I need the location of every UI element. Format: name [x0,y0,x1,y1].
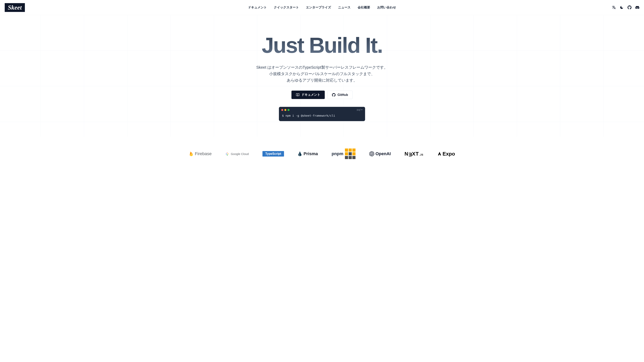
prisma-icon [298,151,302,157]
nav-company[interactable]: 会社概要 [358,5,370,9]
copy-button[interactable]: コピー [356,108,363,111]
header: Skeet ドキュメント クイックスタート エンタープライズ ニュース 会社概要… [0,0,644,15]
firebase-label: Firebase [195,151,212,156]
github-icon [332,93,336,97]
hero-description: Skeet はオープンソースのTypeScript製サーバーレスフレームワークで… [232,64,412,83]
header-actions [612,5,639,9]
cta-buttons: ドキュメント GitHub [232,91,412,99]
tech-logos: Firebase Google Cloud TypeScript Prisma … [0,137,644,167]
book-icon [296,93,300,97]
docs-button[interactable]: ドキュメント [292,91,325,99]
terminal-command: $ npm i -g @skeet-framework/cli [279,113,365,121]
pnpm-icon [345,148,356,159]
prisma-logo: Prisma [298,151,318,157]
nav-docs[interactable]: ドキュメント [248,5,267,9]
hero-desc-line2: 小規模タスクからグローバルスケールのフルスタックまで、 [232,71,412,77]
pnpm-label: pnpm [332,151,343,156]
gcloud-label: Google Cloud [231,152,249,156]
gcloud-icon [225,152,229,156]
firebase-logo: Firebase [189,151,212,157]
typescript-suffix: Script [272,152,281,155]
docs-button-label: ドキュメント [302,93,320,97]
theme-toggle-icon[interactable] [620,5,624,9]
terminal-header: コピー [279,107,365,113]
typescript-logo: TypeScript [262,151,284,157]
firebase-icon [189,151,193,157]
github-button-label: GitHub [338,93,348,97]
openai-logo: OpenAI [369,151,391,156]
terminal-dots [281,109,290,111]
github-button[interactable]: GitHub [328,91,352,99]
expo-logo: Expo [437,151,455,157]
pnpm-logo: pnpm [332,148,356,159]
next-js: .JS [419,153,424,156]
nav-quickstart[interactable]: クイックスタート [274,5,299,9]
window-minimize-icon [284,109,286,111]
openai-icon [369,151,374,156]
hero-content: Just Build It. Skeet はオープンソースのTypeScript… [228,34,416,121]
nav-news[interactable]: ニュース [338,5,350,9]
discord-icon[interactable] [636,5,639,9]
terminal: コピー $ npm i -g @skeet-framework/cli [279,107,365,121]
expo-icon [437,151,442,156]
next-rest: XT [412,151,419,157]
nav-enterprise[interactable]: エンタープライズ [306,5,331,9]
main-nav: ドキュメント クイックスタート エンタープライズ ニュース 会社概要 お問い合わ… [248,5,396,9]
nextjs-logo: NEXT.JS [404,151,423,157]
hero-section: Just Build It. Skeet はオープンソースのTypeScript… [0,15,644,137]
prisma-label: Prisma [304,151,318,156]
hero-desc-line3: あらゆるアプリ開発に対応しています。 [232,77,412,83]
logo[interactable]: Skeet [5,3,25,12]
window-close-icon [281,109,283,111]
github-icon[interactable] [628,5,632,9]
next-n: N [404,151,408,157]
openai-label: OpenAI [376,151,391,156]
hero-title: Just Build It. [232,34,412,56]
typescript-prefix: Type [265,152,272,155]
nav-contact[interactable]: お問い合わせ [377,5,396,9]
hero-desc-line1: Skeet はオープンソースのTypeScript製サーバーレスフレームワークで… [232,64,412,71]
google-cloud-logo: Google Cloud [225,152,249,156]
expo-label: Expo [443,151,455,157]
window-maximize-icon [288,109,290,111]
language-icon[interactable] [612,5,616,9]
